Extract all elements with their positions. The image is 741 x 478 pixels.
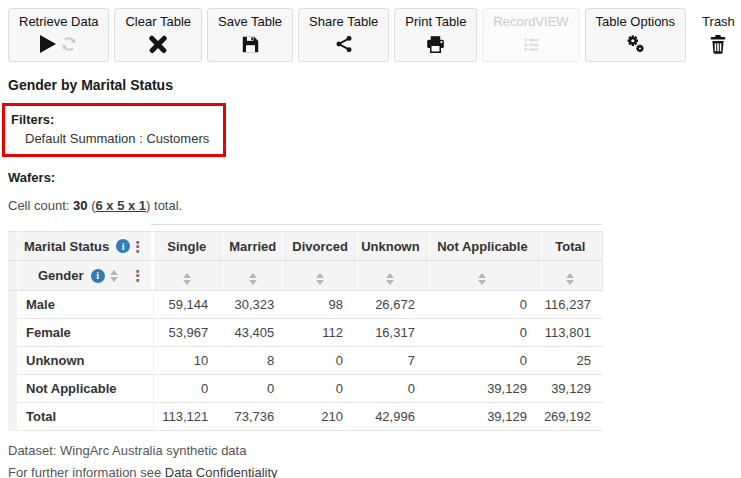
cell-value: 0: [220, 375, 286, 403]
filters-highlight-box: Filters: Default Summation : Customers: [2, 103, 226, 157]
sort-icon[interactable]: [183, 273, 191, 285]
cell-value: 0: [427, 291, 539, 319]
column-sort-cell: [355, 261, 427, 291]
trash-button[interactable]: Trash: [691, 8, 741, 62]
column-dimension-row: Marital Status i ⋮ SingleMarriedDivorced…: [8, 231, 603, 261]
footer: Dataset: WingArc Australia synthetic dat…: [8, 440, 741, 478]
column-sort-cell: [539, 261, 603, 291]
row-gutter: [8, 291, 18, 319]
cell-count-value: 30: [73, 198, 87, 213]
cell-value: 39,129: [427, 375, 539, 403]
column-sort-cell: [427, 261, 539, 291]
row-dimension-header: Gender i ⋮: [18, 261, 154, 291]
row-dimension-row: Gender i ⋮: [8, 261, 603, 291]
column-header[interactable]: Single: [154, 231, 220, 261]
sort-icon[interactable]: [566, 273, 574, 285]
row-gutter: [8, 375, 18, 403]
printer-icon: [426, 35, 445, 54]
column-drop-zone-line: [151, 224, 601, 225]
cell-count-line: Cell count: 30 (6 x 5 x 1) total.: [8, 198, 741, 213]
cell-value: 7: [355, 347, 427, 375]
cell-count-suffix: total.: [154, 198, 182, 213]
row-label: Not Applicable: [18, 375, 154, 403]
dataset-note: Dataset: WingArc Australia synthetic dat…: [8, 440, 741, 462]
retrieve-data-label: Retrieve Data: [19, 14, 98, 30]
column-dimension-header: Marital Status i ⋮: [18, 231, 154, 261]
share-icon: [335, 35, 353, 53]
column-header[interactable]: Not Applicable: [427, 231, 539, 261]
sort-icon[interactable]: [110, 270, 118, 282]
table-row: Male59,14430,3239826,6720116,237: [8, 291, 603, 319]
cell-value: 113,121: [154, 403, 220, 431]
trash-icon: [708, 34, 728, 54]
cell-value: 16,317: [355, 319, 427, 347]
table-body: Male59,14430,3239826,6720116,237Female53…: [8, 291, 603, 431]
table-options-button[interactable]: Table Options: [585, 8, 687, 62]
cell-value: 0: [427, 319, 539, 347]
trash-label: Trash: [702, 14, 735, 30]
cell-value: 113,801: [539, 319, 603, 347]
share-table-button[interactable]: Share Table: [298, 8, 389, 62]
share-table-label: Share Table: [309, 14, 378, 30]
row-label: Total: [18, 403, 154, 431]
clear-x-icon: [147, 33, 169, 55]
sort-icon[interactable]: [316, 273, 324, 285]
table-row: Female53,96743,40511216,3170113,801: [8, 319, 603, 347]
gears-icon: [624, 33, 646, 55]
cell-value: 59,144: [154, 291, 220, 319]
print-table-button[interactable]: Print Table: [394, 8, 477, 62]
print-table-label: Print Table: [405, 14, 466, 30]
cell-count-link[interactable]: 6 x 5 x 1: [95, 198, 146, 213]
filters-label: Filters:: [11, 112, 209, 127]
row-label: Male: [18, 291, 154, 319]
save-floppy-icon: [241, 35, 260, 54]
column-sort-cell: [154, 261, 220, 291]
cell-value: 10: [154, 347, 220, 375]
header-gutter: [8, 261, 18, 291]
play-icon: [40, 35, 56, 53]
cell-value: 39,129: [427, 403, 539, 431]
kebab-menu-icon[interactable]: ⋮: [130, 268, 145, 283]
column-header[interactable]: Unknown: [355, 231, 427, 261]
column-sort-cell: [220, 261, 286, 291]
page-title: Gender by Marital Status: [8, 77, 741, 93]
cell-value: 8: [220, 347, 286, 375]
cell-value: 112: [286, 319, 355, 347]
sort-icon[interactable]: [478, 273, 486, 285]
cell-value: 116,237: [539, 291, 603, 319]
data-confidentiality-link[interactable]: Data Confidentiality: [165, 465, 278, 478]
cell-value: 73,736: [220, 403, 286, 431]
column-sort-cell: [286, 261, 355, 291]
toolbar: Retrieve Data Clear Table Save Table: [8, 8, 741, 62]
row-gutter: [8, 319, 18, 347]
cell-value: 0: [154, 375, 220, 403]
sort-icon[interactable]: [249, 273, 257, 285]
table-view-page: Retrieve Data Clear Table Save Table: [0, 0, 741, 478]
cell-value: 30,323: [220, 291, 286, 319]
row-gutter: [8, 403, 18, 431]
cell-value: 210: [286, 403, 355, 431]
refresh-icon: [61, 36, 77, 52]
column-header[interactable]: Married: [220, 231, 286, 261]
row-label: Unknown: [18, 347, 154, 375]
table-row: Not Applicable000039,12939,129: [8, 375, 603, 403]
cell-value: 0: [286, 347, 355, 375]
table-options-label: Table Options: [596, 14, 676, 30]
info-note: For further information see Data Confide…: [8, 462, 741, 478]
recordview-label: RecordVIEW: [493, 14, 568, 30]
retrieve-data-button[interactable]: Retrieve Data: [8, 8, 109, 62]
column-header[interactable]: Total: [539, 231, 603, 261]
table-row: Unknown10807025: [8, 347, 603, 375]
sort-icon[interactable]: [386, 273, 394, 285]
column-header[interactable]: Divorced: [286, 231, 355, 261]
row-dimension-label: Gender: [38, 268, 84, 283]
filters-value: Default Summation : Customers: [11, 131, 209, 146]
kebab-menu-icon[interactable]: ⋮: [130, 239, 145, 254]
cell-value: 26,672: [355, 291, 427, 319]
info-icon[interactable]: i: [91, 269, 105, 283]
clear-table-button[interactable]: Clear Table: [114, 8, 202, 62]
info-icon[interactable]: i: [116, 239, 130, 253]
crosstab-table: Marital Status i ⋮ SingleMarriedDivorced…: [8, 231, 603, 431]
save-table-button[interactable]: Save Table: [207, 8, 293, 62]
column-dimension-label: Marital Status: [24, 239, 109, 254]
